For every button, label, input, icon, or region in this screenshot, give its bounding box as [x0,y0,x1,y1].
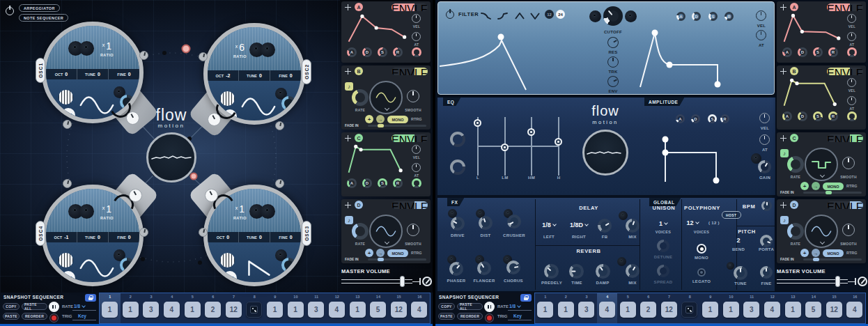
step-cell[interactable]: 1 [350,302,366,318]
move-icon[interactable] [780,135,786,141]
lfo-toggle-option[interactable]: LFO [414,3,428,11]
step-column-9[interactable]: 91 [700,293,721,323]
mono-toggle[interactable]: MONO [387,249,408,257]
velocity-knob[interactable] [847,14,856,23]
move-icon[interactable] [345,202,351,208]
lfo-toggle-option[interactable]: LFO [414,134,428,142]
paste-button[interactable]: PASTE [3,313,20,320]
wavetable-icon[interactable] [220,253,235,267]
step-column-4[interactable]: 44 [162,293,183,323]
ratio-mod-knobs[interactable] [72,41,94,56]
mod-slot-badge[interactable]: B [355,67,363,75]
osc-oct-field[interactable]: OCT-2 [208,70,238,81]
reverb-time-knob[interactable] [569,264,584,279]
env-lfo-toggle[interactable]: ENVLFO [392,201,428,209]
filter-velocity-knob[interactable] [756,10,766,21]
amp-sustain-knob[interactable]: S [708,114,717,123]
filter-power-icon[interactable] [446,10,454,19]
lfo-wave-display[interactable] [369,81,403,114]
fade-in-thumb[interactable] [813,258,819,261]
mod-slot-badge[interactable]: A [355,3,363,11]
lfo-toggle-option[interactable]: LFO [414,68,428,75]
step-cell[interactable]: 1 [288,302,304,318]
send-mod-button[interactable]: → [376,249,385,257]
bend-value[interactable]: 2 [729,237,748,244]
osc-arm-knob[interactable] [205,189,218,202]
velocity-knob[interactable] [412,145,421,154]
step-column-11[interactable]: 113 [306,293,327,323]
osc-arm-knob[interactable] [126,111,139,125]
gain-knob[interactable] [758,160,771,173]
chevron-down-icon[interactable] [255,284,262,286]
lfo-toggle-option[interactable]: LFO [850,68,863,75]
fade-in-slider[interactable] [803,192,862,194]
legato-radio[interactable] [697,268,706,277]
feedback-knob[interactable] [281,96,296,111]
step-cell[interactable]: 3 [308,302,324,318]
aftertouch-knob[interactable] [412,163,421,172]
flanger-knob[interactable] [477,261,491,275]
step-cell[interactable]: 1 [702,302,718,318]
env-decay-knob[interactable]: D [362,47,372,57]
step-cell[interactable]: 3 [743,302,759,318]
env-decay-knob[interactable]: D [362,178,372,188]
eq-band-lm-handle[interactable] [501,143,509,151]
tune-mod-knob[interactable] [727,262,734,270]
amp-decay-knob[interactable]: D [691,114,700,123]
smooth-knob[interactable] [842,224,855,236]
env-toggle-option[interactable]: ENV [392,3,414,11]
eq-band-h-handle[interactable] [555,138,562,146]
resonance-knob[interactable] [605,35,621,50]
step-cell[interactable] [246,302,262,318]
ratio-number[interactable]: 6 [239,42,245,53]
step-column-15[interactable]: 1512 [824,293,845,323]
step-cell[interactable]: 4 [764,302,780,318]
reverb-mix-mod-knob[interactable] [617,257,626,266]
fade-in-slider[interactable] [368,125,426,127]
soft-clip-icon[interactable] [422,277,432,286]
step-cell[interactable]: 1 [267,302,283,318]
eq-band-l-handle[interactable] [474,119,481,127]
soft-clip-icon[interactable] [858,277,867,286]
move-icon[interactable] [345,135,351,141]
fade-in-slider[interactable] [368,258,426,261]
filter-sustain-knob[interactable]: S [708,12,718,21]
osc-tune-field[interactable]: TUNE0 [77,69,108,79]
env-lfo-toggle[interactable]: ENVLFO [827,3,863,11]
step-cell[interactable]: 3 [578,302,594,318]
amplitude-tab[interactable]: AMPLITUDE [644,98,684,106]
env-sustain-knob[interactable]: S [378,47,387,57]
unison-detune-knob[interactable] [657,240,669,252]
step-column-12[interactable]: 124 [327,293,348,323]
mod-slot-badge[interactable]: A [790,3,798,11]
step-cell[interactable]: 4 [164,302,180,318]
osc-oct-field[interactable]: OCT0 [208,232,238,242]
pause-button[interactable] [49,302,59,312]
step-column-6[interactable]: 62 [203,293,224,323]
step-column-5[interactable]: 51 [183,293,203,323]
env-lfo-toggle[interactable]: ENVLFO [392,3,428,11]
amp-envelope-display[interactable] [651,129,745,188]
step-cell[interactable]: 1 [785,302,801,318]
env-lfo-toggle[interactable]: ENVLFO [392,134,428,142]
dist-knob[interactable] [479,216,493,230]
chevron-down-icon[interactable] [93,121,100,123]
chevron-down-icon[interactable] [255,123,262,125]
step-column-15[interactable]: 1512 [389,293,410,323]
bpm-host-button[interactable]: HOST [722,211,741,219]
chevron-down-icon[interactable] [93,284,100,286]
fine-knob[interactable] [760,266,773,279]
filter-type-bandpass-icon[interactable] [514,10,525,20]
trig-dropdown[interactable]: Key [513,313,522,318]
keytrack-knob[interactable] [607,56,619,68]
step-column-14[interactable]: 145 [803,293,824,323]
phaser-knob[interactable] [449,262,463,276]
delay-mix-knob[interactable] [626,219,640,233]
osc-waveform-icon[interactable] [77,256,117,281]
step-cell[interactable]: 3 [143,302,159,318]
rate-knob[interactable] [352,223,369,240]
step-column-7[interactable]: 712 [659,293,680,323]
step-column-16[interactable]: 164 [409,293,430,323]
envelope-display[interactable] [346,13,410,45]
add-mod-button[interactable]: + [365,249,373,257]
